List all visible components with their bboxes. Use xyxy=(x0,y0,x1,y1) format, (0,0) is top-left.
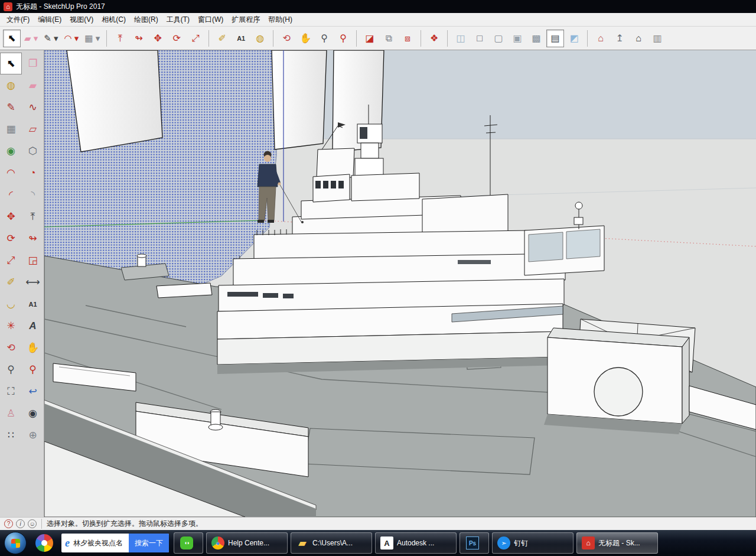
status-message: 选择对象。切换到扩充选择。拖动鼠标选择多项。 xyxy=(41,519,203,529)
taskbar-search-input[interactable]: 林夕被央视点名 xyxy=(73,538,129,548)
rotate-tool[interactable]: ⟳ xyxy=(0,227,22,249)
menu-camera[interactable]: 相机(C) xyxy=(97,14,130,26)
modeling-viewport[interactable] xyxy=(44,50,756,517)
orbit-tool[interactable]: ⟲ xyxy=(278,30,295,47)
walk-tool[interactable]: ∷ xyxy=(0,424,22,446)
shaded-style-button[interactable]: ▣ xyxy=(509,30,526,47)
menu-draw[interactable]: 绘图(R) xyxy=(130,14,162,26)
rotated-rectangle-tool[interactable]: ▱ xyxy=(22,118,44,140)
display-section-cuts-toggle[interactable]: ⧈ xyxy=(399,30,416,47)
push-pull-tool[interactable]: ⤒ xyxy=(22,206,44,227)
eraser-tool[interactable]: ▰ xyxy=(22,74,44,96)
tape-measure-tool[interactable]: ✐ xyxy=(0,271,22,293)
zoom-window-tool[interactable]: ⚲ xyxy=(22,359,44,381)
plugin-button[interactable]: ❖ xyxy=(425,30,443,47)
monochrome-style-button[interactable]: ▤ xyxy=(546,30,564,47)
scale-tool[interactable]: ⤢ xyxy=(187,30,204,47)
select-tool[interactable]: ⬉ xyxy=(3,30,21,47)
select-tool[interactable]: ⬉ xyxy=(0,53,22,74)
components-button[interactable]: ▥ xyxy=(649,30,666,47)
menu-extensions[interactable]: 扩展程序 xyxy=(227,14,264,26)
paint-bucket-tool[interactable]: ◍ xyxy=(251,30,269,47)
help-icon[interactable]: ? xyxy=(4,519,13,528)
pan-tool[interactable]: ✋ xyxy=(296,30,314,47)
push-pull-tool[interactable]: ⤒ xyxy=(111,30,129,47)
text-tool[interactable]: A1 xyxy=(22,293,44,315)
zoom-window-tool[interactable]: ⚲ xyxy=(334,30,352,47)
toolbar-separator xyxy=(273,30,273,47)
top-toolbar: ⬉ ▰ ▾ ✎ ▾ ◠ ▾ ▦ ▾ ⤒ ↬ ✥ ⟳ ⤢ ✐ A1 ◍ xyxy=(0,27,756,50)
main-area: ⬉ ❐ ◍ ▰ ✎ ∿ ▦ ▱ ◉ ⬡ ◠ ◔ xyxy=(0,50,756,517)
home-button[interactable]: ⌂ xyxy=(630,30,647,47)
tape-measure-tool[interactable]: ✐ xyxy=(213,30,231,47)
section-plane-tool[interactable]: ⊕ xyxy=(22,424,44,446)
freehand-tool[interactable]: ∿ xyxy=(22,96,44,118)
zoom-extents-tool[interactable]: ⛶ xyxy=(0,381,22,402)
position-camera-tool[interactable]: ♙ xyxy=(0,402,22,424)
arc-tool[interactable]: ◠ xyxy=(0,162,22,184)
paint-bucket-tool[interactable]: ◍ xyxy=(0,74,22,96)
display-section-planes-toggle[interactable]: ⧉ xyxy=(380,30,397,47)
menu-edit[interactable]: 编辑(E) xyxy=(34,14,66,26)
taskbar-item-sketchup[interactable]: ⌂ 无标题 - Sk... xyxy=(576,532,658,554)
taskbar-item-icon: ➣ xyxy=(497,537,510,550)
taskbar-item-photoshop[interactable]: Ps xyxy=(460,532,489,554)
two-point-arc-tool[interactable]: ◜ xyxy=(0,184,22,206)
3d-text-tool[interactable]: A xyxy=(22,315,44,337)
circle-tool[interactable]: ◉ xyxy=(0,140,22,162)
rotate-tool[interactable]: ⟳ xyxy=(168,30,185,47)
look-around-tool[interactable]: ◉ xyxy=(22,402,44,424)
taskbar-item-autodesk[interactable]: A Autodesk ... xyxy=(375,532,457,554)
share-model-button[interactable]: ↥ xyxy=(611,30,628,47)
orbit-tool[interactable]: ⟲ xyxy=(0,337,22,359)
pie-tool[interactable]: ◔ xyxy=(22,162,44,184)
taskbar-item-wechat[interactable]: ◖◗ xyxy=(174,532,203,554)
get-models-button[interactable]: ⌂ xyxy=(592,30,610,47)
menu-help[interactable]: 帮助(H) xyxy=(264,14,296,26)
line-tool[interactable]: ✎ ▾ xyxy=(41,30,60,47)
menu-view[interactable]: 视图(V) xyxy=(66,14,97,26)
follow-me-tool[interactable]: ↬ xyxy=(22,227,44,249)
rectangle-tool[interactable]: ▦ xyxy=(0,118,22,140)
shaded-textures-style-button[interactable]: ▩ xyxy=(527,30,545,47)
make-component-tool[interactable]: ❐ xyxy=(22,53,44,74)
dimension-tool[interactable]: ⟷ xyxy=(22,271,44,293)
info-icon[interactable]: i xyxy=(16,519,25,528)
polygon-tool[interactable]: ⬡ xyxy=(22,140,44,162)
start-button[interactable] xyxy=(4,532,27,554)
taskbar-item-chrome[interactable]: ● Help Cente... xyxy=(206,532,288,554)
offset-tool[interactable]: ◲ xyxy=(22,249,44,271)
eraser-tool[interactable]: ▰ ▾ xyxy=(22,30,40,47)
wireframe-style-button[interactable]: □ xyxy=(471,30,488,47)
menu-window[interactable]: 窗口(W) xyxy=(194,14,227,26)
line-tool[interactable]: ✎ xyxy=(0,96,22,118)
rectangle-tool[interactable]: ▦ ▾ xyxy=(82,30,102,47)
taskbar-search-widget[interactable]: e 林夕被央视点名 搜索一下 xyxy=(61,534,169,552)
3d-scene[interactable] xyxy=(44,50,756,517)
taskbar-item-dingtalk[interactable]: ➣ 钉钉 xyxy=(492,532,573,554)
zoom-tool[interactable]: ⚲ xyxy=(315,30,333,47)
zoom-tool[interactable]: ⚲ xyxy=(0,359,22,381)
windows-taskbar: e 林夕被央视点名 搜索一下 ◖◗ ● Help Cente... ▰ C:\U… xyxy=(0,530,756,556)
search-button[interactable]: 搜索一下 xyxy=(129,534,169,552)
arc-tool[interactable]: ◠ ▾ xyxy=(62,30,82,47)
axes-tool[interactable]: ✳ xyxy=(0,315,22,337)
text-tool[interactable]: A1 xyxy=(232,30,250,47)
user-icon[interactable]: ☺ xyxy=(28,519,37,528)
move-tool[interactable]: ✥ xyxy=(149,30,167,47)
section-plane-tool[interactable]: ◪ xyxy=(361,30,379,47)
follow-me-tool[interactable]: ↬ xyxy=(130,30,148,47)
previous-view-tool[interactable]: ↩ xyxy=(22,381,44,402)
pan-tool[interactable]: ✋ xyxy=(22,337,44,359)
xray-style-button[interactable]: ◫ xyxy=(452,30,470,47)
protractor-tool[interactable]: ◡ xyxy=(0,293,22,315)
style-extra-button[interactable]: ◩ xyxy=(565,30,583,47)
move-tool[interactable]: ✥ xyxy=(0,206,22,227)
browser-pinwheel-icon[interactable] xyxy=(35,534,53,552)
menu-tools[interactable]: 工具(T) xyxy=(162,14,194,26)
menu-file[interactable]: 文件(F) xyxy=(2,14,34,26)
scale-tool[interactable]: ⤢ xyxy=(0,249,22,271)
three-point-arc-tool[interactable]: ◝ xyxy=(22,184,44,206)
hidden-line-style-button[interactable]: ▢ xyxy=(490,30,507,47)
taskbar-item-folder[interactable]: ▰ C:\Users\A... xyxy=(291,532,372,554)
